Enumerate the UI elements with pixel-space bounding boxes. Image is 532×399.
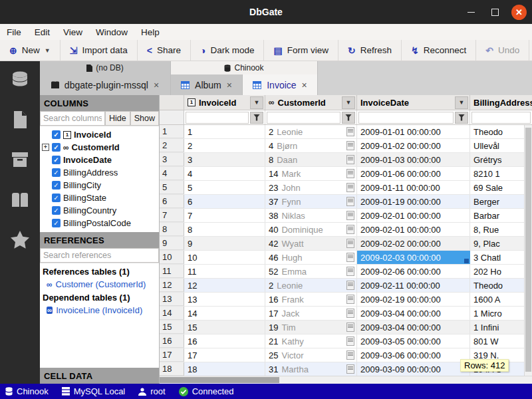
row-number[interactable]: 7 bbox=[160, 209, 184, 222]
open-reference-icon[interactable] bbox=[346, 281, 354, 290]
cell-billingaddress[interactable]: Theodo bbox=[470, 279, 532, 292]
cell-billingaddress[interactable]: Theodo bbox=[470, 125, 532, 138]
cell-customerid[interactable]: 37 Fynn bbox=[265, 195, 357, 208]
tab-close-icon[interactable]: × bbox=[227, 80, 232, 90]
cell-invoicedate[interactable]: 2009-03-09 00:00:00 bbox=[357, 362, 470, 376]
row-number[interactable]: 18 bbox=[160, 362, 184, 376]
cell-customerid[interactable]: 2 Leonie bbox=[265, 279, 357, 292]
column-menu-button[interactable]: ▼ bbox=[342, 96, 355, 109]
column-list-item[interactable]: + ✓ 1 ∞ BillingCountry bbox=[40, 204, 159, 217]
menu-item[interactable]: Edit bbox=[35, 27, 50, 37]
open-reference-icon[interactable] bbox=[346, 211, 354, 220]
cell-customerid[interactable]: 17 Jack bbox=[265, 307, 357, 320]
row-number[interactable]: 15 bbox=[160, 321, 184, 334]
maximize-button[interactable] bbox=[487, 5, 502, 19]
row-number[interactable]: 2 bbox=[160, 139, 184, 152]
column-header-invoicedate[interactable]: InvoiceDate ▼ bbox=[357, 95, 470, 110]
cell-invoicedate[interactable]: 2009-03-05 00:00:00 bbox=[357, 334, 470, 348]
tab-close-icon[interactable]: × bbox=[302, 80, 307, 90]
statusbar-user[interactable]: root bbox=[138, 386, 165, 396]
open-reference-icon[interactable] bbox=[346, 267, 354, 276]
cell-customerid[interactable]: 4 Bjørn bbox=[265, 139, 357, 152]
cell-invoiceid[interactable]: 15 bbox=[184, 321, 265, 334]
open-reference-icon[interactable] bbox=[346, 183, 354, 192]
reconnect-button[interactable]: ↯ Reconnect bbox=[402, 40, 476, 61]
scrollbar-thumb[interactable] bbox=[160, 377, 279, 383]
open-reference-icon[interactable] bbox=[346, 155, 354, 164]
hide-button[interactable]: Hide bbox=[105, 111, 130, 126]
form-view-button[interactable]: ▤ Form view bbox=[264, 40, 338, 61]
open-reference-icon[interactable] bbox=[346, 127, 354, 136]
cell-invoiceid[interactable]: 10 bbox=[184, 251, 265, 264]
cell-invoicedate[interactable]: 2009-02-11 00:00:00 bbox=[357, 279, 470, 292]
open-reference-icon[interactable] bbox=[346, 295, 354, 304]
cell-billingaddress[interactable]: Grétrys bbox=[470, 153, 532, 166]
undo-button[interactable]: ↶ Undo bbox=[476, 40, 529, 61]
horizontal-scrollbar[interactable] bbox=[160, 376, 532, 384]
cell-customerid[interactable]: 8 Daan bbox=[265, 153, 357, 166]
cell-invoicedate[interactable]: 2009-03-04 00:00:00 bbox=[357, 307, 470, 320]
cell-customerid[interactable]: 25 Victor bbox=[265, 348, 357, 362]
cell-customerid[interactable]: 52 Emma bbox=[265, 265, 357, 278]
cell-billingaddress[interactable]: 8210 1 bbox=[470, 167, 532, 180]
cell-billingaddress[interactable]: 801 W bbox=[470, 334, 532, 348]
cell-data-panel-header[interactable]: CELL DATA bbox=[40, 368, 159, 384]
minimize-button[interactable] bbox=[464, 5, 478, 19]
statusbar-connection-status[interactable]: Connected bbox=[179, 386, 234, 396]
cell-customerid[interactable]: 21 Kathy bbox=[265, 334, 357, 348]
column-header-billingaddress[interactable]: BillingAddress bbox=[470, 95, 532, 110]
archive-nav-icon[interactable] bbox=[11, 150, 29, 169]
tab-dbgate-plugin-mssql[interactable]: dbgate-plugin-mssql × bbox=[40, 74, 171, 95]
cell-invoicedate[interactable]: 2009-01-03 00:00:00 bbox=[357, 153, 470, 166]
references-panel-header[interactable]: REFERENCES bbox=[40, 232, 159, 248]
filter-input[interactable] bbox=[267, 112, 340, 124]
cell-billingaddress[interactable]: 1 Infini bbox=[470, 321, 532, 334]
cell-invoicedate[interactable]: 2009-02-02 00:00:00 bbox=[357, 237, 470, 250]
cell-invoiceid[interactable]: 14 bbox=[184, 307, 265, 320]
column-menu-button[interactable]: ▼ bbox=[455, 96, 468, 109]
cell-customerid[interactable]: 23 John bbox=[265, 181, 357, 194]
column-checkbox[interactable]: ✓ bbox=[52, 156, 61, 164]
menu-item[interactable]: Window bbox=[96, 27, 128, 37]
open-reference-icon[interactable] bbox=[346, 309, 354, 318]
statusbar-server[interactable]: MySQL Local bbox=[62, 386, 126, 396]
import-data-button[interactable]: ⇲ Import data bbox=[61, 40, 138, 61]
columns-panel-header[interactable]: COLUMNS bbox=[40, 95, 159, 111]
cell-customerid[interactable]: 46 Hugh bbox=[265, 251, 357, 264]
cell-customerid[interactable]: 42 Wyatt bbox=[265, 237, 357, 250]
menu-item[interactable]: File bbox=[7, 27, 21, 37]
column-list-item[interactable]: + ✓ 1 ∞ BillingPostalCode bbox=[40, 217, 159, 229]
show-button[interactable]: Show bbox=[130, 111, 159, 126]
tab-invoice[interactable]: Invoice × bbox=[243, 74, 318, 95]
cell-invoiceid[interactable]: 11 bbox=[184, 265, 265, 278]
expand-icon[interactable]: + bbox=[42, 144, 49, 151]
statusbar-database[interactable]: Chinook bbox=[5, 386, 49, 396]
cell-billingaddress[interactable]: 8, Rue bbox=[470, 223, 532, 236]
cell-invoiceid[interactable]: 2 bbox=[184, 139, 265, 152]
row-number[interactable]: 11 bbox=[160, 265, 184, 278]
open-reference-icon[interactable] bbox=[346, 364, 354, 374]
cell-customerid[interactable]: 19 Tim bbox=[265, 321, 357, 334]
row-number[interactable]: 4 bbox=[160, 167, 184, 180]
tab-close-icon[interactable]: × bbox=[154, 80, 159, 90]
filter-button[interactable] bbox=[342, 112, 355, 124]
row-number[interactable]: 10 bbox=[160, 251, 184, 264]
row-number[interactable]: 17 bbox=[160, 348, 184, 362]
cell-invoicedate[interactable]: 2009-03-06 00:00:00 bbox=[357, 348, 470, 362]
row-number[interactable]: 3 bbox=[160, 153, 184, 166]
open-reference-icon[interactable] bbox=[346, 336, 354, 346]
row-number[interactable]: 16 bbox=[160, 334, 184, 348]
reference-link-invoiceline[interactable]: ∞ InvoiceLine (InvoiceId) bbox=[40, 304, 159, 317]
filter-input[interactable] bbox=[358, 112, 454, 124]
column-checkbox[interactable]: ✓ bbox=[52, 219, 61, 227]
file-nav-icon[interactable] bbox=[11, 110, 29, 129]
row-number[interactable]: 8 bbox=[160, 223, 184, 236]
cell-invoicedate[interactable]: 2009-01-02 00:00:00 bbox=[357, 139, 470, 152]
column-header-customerid[interactable]: ∞ CustomerId ▼ bbox=[265, 95, 357, 110]
column-menu-button[interactable]: ▼ bbox=[250, 96, 263, 109]
open-reference-icon[interactable] bbox=[346, 350, 354, 360]
column-checkbox[interactable]: ✓ bbox=[52, 194, 61, 202]
column-list-item[interactable]: + ✓ 1 ∞ BillingState bbox=[40, 192, 159, 204]
cell-invoicedate[interactable]: 2009-02-19 00:00:00 bbox=[357, 293, 470, 306]
new-button[interactable]: ⊕ New ▼ bbox=[0, 40, 61, 61]
